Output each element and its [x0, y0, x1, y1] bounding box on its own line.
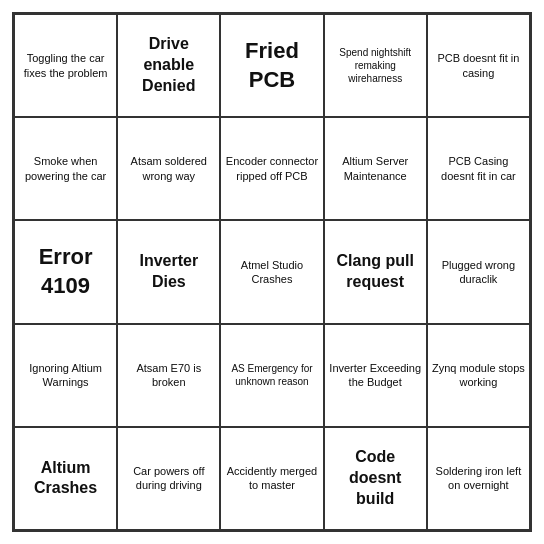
bingo-cell-5: Smoke when powering the car: [14, 117, 117, 220]
bingo-cell-3: Spend nightshift remaking wireharness: [324, 14, 427, 117]
bingo-cell-7: Encoder connector ripped off PCB: [220, 117, 323, 220]
bingo-cell-10: Error 4109: [14, 220, 117, 323]
bingo-cell-9: PCB Casing doesnt fit in car: [427, 117, 530, 220]
bingo-cell-8: Altium Server Maintenance: [324, 117, 427, 220]
bingo-cell-18: Inverter Exceeding the Budget: [324, 324, 427, 427]
bingo-cell-12: Atmel Studio Crashes: [220, 220, 323, 323]
bingo-cell-0: Toggling the car fixes the problem: [14, 14, 117, 117]
bingo-cell-13: Clang pull request: [324, 220, 427, 323]
bingo-cell-20: Altium Crashes: [14, 427, 117, 530]
bingo-board: Toggling the car fixes the problemDrive …: [12, 12, 532, 532]
bingo-cell-24: Soldering iron left on overnight: [427, 427, 530, 530]
bingo-cell-22: Accidently merged to master: [220, 427, 323, 530]
bingo-cell-2: Fried PCB: [220, 14, 323, 117]
bingo-cell-6: Atsam soldered wrong way: [117, 117, 220, 220]
bingo-cell-23: Code doesnt build: [324, 427, 427, 530]
bingo-cell-17: AS Emergency for unknown reason: [220, 324, 323, 427]
bingo-cell-4: PCB doesnt fit in casing: [427, 14, 530, 117]
bingo-cell-15: Ignoring Altium Warnings: [14, 324, 117, 427]
bingo-cell-21: Car powers off during driving: [117, 427, 220, 530]
bingo-cell-11: Inverter Dies: [117, 220, 220, 323]
bingo-cell-1: Drive enable Denied: [117, 14, 220, 117]
bingo-cell-19: Zynq module stops working: [427, 324, 530, 427]
bingo-cell-16: Atsam E70 is broken: [117, 324, 220, 427]
bingo-cell-14: Plugged wrong duraclik: [427, 220, 530, 323]
